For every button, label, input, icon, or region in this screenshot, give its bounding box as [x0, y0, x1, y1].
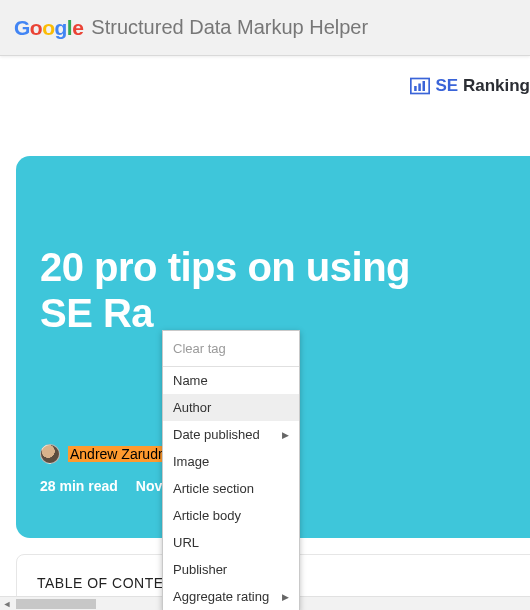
article-title[interactable]: 20 pro tips on using SE Ra	[40, 244, 530, 336]
brand-ranking: Ranking	[463, 76, 530, 95]
menu-item-name[interactable]: Name	[163, 367, 299, 394]
brand-bar: SE Ranking	[0, 56, 530, 116]
scroll-thumb[interactable]	[16, 599, 96, 609]
menu-item-date-published[interactable]: Date published▶	[163, 421, 299, 448]
title-line-1: 20 pro tips on using	[40, 245, 410, 289]
menu-item-article-body[interactable]: Article body	[163, 502, 299, 529]
logo-letter: o	[42, 16, 54, 39]
publish-date: Nov	[136, 478, 162, 494]
avatar	[40, 444, 60, 464]
menu-item-label: Article section	[173, 481, 254, 496]
menu-item-label: Date published	[173, 427, 260, 442]
read-time: 28 min read	[40, 478, 118, 494]
menu-item-url[interactable]: URL	[163, 529, 299, 556]
menu-item-article-section[interactable]: Article section	[163, 475, 299, 502]
google-logo: Google	[14, 16, 83, 40]
menu-item-label: Name	[173, 373, 208, 388]
svg-rect-3	[422, 81, 425, 91]
se-ranking-logo[interactable]: SE Ranking	[410, 76, 530, 96]
menu-item-label: Publisher	[173, 562, 227, 577]
header-bar: Google Structured Data Markup Helper	[0, 0, 530, 56]
bar-chart-icon	[410, 77, 430, 95]
logo-letter: e	[72, 16, 83, 39]
menu-item-label: Author	[173, 400, 211, 415]
menu-item-label: Image	[173, 454, 209, 469]
chevron-right-icon: ▶	[282, 430, 289, 440]
header-title: Structured Data Markup Helper	[91, 16, 368, 39]
tag-context-menu: Clear tag NameAuthorDate published▶Image…	[162, 330, 300, 610]
logo-letter: G	[14, 16, 30, 39]
chevron-right-icon: ▶	[282, 592, 289, 602]
menu-clear-tag[interactable]: Clear tag	[163, 331, 299, 366]
title-line-2: SE Ra	[40, 291, 153, 335]
svg-rect-2	[418, 84, 421, 92]
menu-item-publisher[interactable]: Publisher	[163, 556, 299, 583]
scroll-left-arrow[interactable]: ◄	[0, 597, 14, 611]
logo-letter: g	[55, 16, 67, 39]
brand-se: SE	[436, 76, 459, 95]
menu-item-author[interactable]: Author	[163, 394, 299, 421]
menu-item-label: Aggregate rating	[173, 589, 269, 604]
menu-item-label: Article body	[173, 508, 241, 523]
menu-item-image[interactable]: Image	[163, 448, 299, 475]
logo-letter: o	[30, 16, 42, 39]
menu-item-aggregate-rating[interactable]: Aggregate rating▶	[163, 583, 299, 610]
svg-rect-1	[414, 86, 417, 91]
menu-clear-label: Clear tag	[173, 341, 226, 356]
menu-item-label: URL	[173, 535, 199, 550]
